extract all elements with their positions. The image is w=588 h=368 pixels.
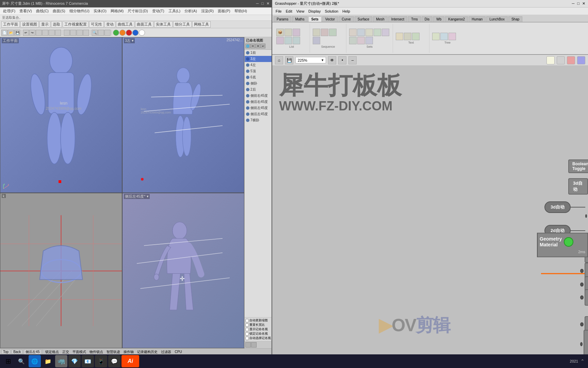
gh-color-btn3[interactable] xyxy=(567,56,575,64)
edit-view-icon[interactable]: ✏ xyxy=(250,44,255,48)
ribbon-icon-sets-2[interactable] xyxy=(357,29,365,36)
view-item-侧前左45度[interactable]: 侧前左45度 xyxy=(245,105,272,111)
view-item-6底[interactable]: 6底 xyxy=(245,74,272,80)
menu-mesh[interactable]: 网格(M) xyxy=(109,9,126,14)
gh-color-btn2[interactable] xyxy=(557,56,565,64)
gumball[interactable]: 操作轴 xyxy=(122,350,135,354)
delete-view-icon[interactable]: ✕ xyxy=(256,44,260,48)
tab-dis[interactable]: Dis xyxy=(422,16,432,22)
nv-bottom-icon2[interactable] xyxy=(251,342,257,348)
gh-menu-solution[interactable]: Solution xyxy=(323,9,340,13)
tab-curve-tools[interactable]: 曲线工具 xyxy=(116,21,134,28)
material-red[interactable] xyxy=(126,30,132,36)
delete-icon[interactable] xyxy=(55,30,61,36)
view-item-5顶[interactable]: 5顶 xyxy=(245,68,272,74)
taskbar-app3[interactable]: 📱 xyxy=(95,355,107,367)
tab-lunchbox[interactable]: LunchBox xyxy=(486,16,507,22)
select-icon[interactable] xyxy=(64,30,70,36)
lock-grid[interactable]: 锁定格点 xyxy=(44,350,60,354)
ribbon-icon-txt-2[interactable] xyxy=(404,33,411,40)
tab-sets[interactable]: Sets xyxy=(308,16,322,22)
3d-auto-btn[interactable]: 3d自动 xyxy=(544,201,571,213)
gh-eye-icon[interactable]: 👁 xyxy=(328,56,336,64)
tab-trns[interactable]: Trns xyxy=(408,16,421,22)
filter[interactable]: 过滤器 xyxy=(160,350,172,354)
zoom-in-icon[interactable]: 🔍 xyxy=(92,30,98,36)
view-item-1前[interactable]: 1前 xyxy=(245,50,272,56)
copy-icon[interactable] xyxy=(42,30,48,36)
vp-back[interactable]: Back xyxy=(12,350,22,354)
menu-view[interactable]: 查看(V) xyxy=(18,9,34,14)
tab-human[interactable]: Human xyxy=(469,16,486,22)
redo-icon[interactable]: ↪ xyxy=(29,30,35,36)
maximize-btn[interactable]: □ xyxy=(261,1,264,6)
view-item-3左[interactable]: 3左 xyxy=(245,56,272,62)
menu-curve[interactable]: 曲线(C) xyxy=(34,9,50,14)
rotate-icon[interactable] xyxy=(77,30,83,36)
vp-top[interactable]: Top xyxy=(1,350,10,354)
tab-maths[interactable]: Maths xyxy=(292,16,307,22)
ribbon-icon-seq-4[interactable] xyxy=(313,37,320,44)
ribbon-icon-sets-4[interactable] xyxy=(374,29,381,36)
menu-tools[interactable]: 工具(L) xyxy=(167,9,182,14)
ortho[interactable]: 正交 xyxy=(61,350,70,354)
material-white[interactable] xyxy=(139,30,145,36)
move-icon[interactable] xyxy=(70,30,76,36)
ribbon-icon-3[interactable] xyxy=(293,29,300,36)
tab-curve[interactable]: Curve xyxy=(339,16,354,22)
tab-workplane[interactable]: 工作平面 xyxy=(1,21,20,28)
gh-canvas[interactable]: 犀牛打板板 WWW.FZ-DIY.COM xyxy=(272,66,588,368)
taskbar-ai-btn[interactable]: Ai xyxy=(121,355,139,367)
save-icon[interactable]: 💾 xyxy=(14,30,20,36)
ribbon-icon-sets-5[interactable] xyxy=(382,29,389,36)
tab-mesh-tools[interactable]: 网格工具 xyxy=(192,21,211,28)
gh-maximize-btn[interactable]: □ xyxy=(577,1,579,6)
close-btn[interactable]: ✕ xyxy=(266,1,270,6)
tab-visibility[interactable]: 可见性 xyxy=(89,21,104,28)
view-item-侧后左45度[interactable]: 侧后左45度 xyxy=(245,111,272,117)
gh-menu-display[interactable]: Display xyxy=(307,9,322,13)
gh-dash-icon[interactable]: – xyxy=(348,56,357,64)
viewport-workplane[interactable]: 工作平面 lesn 2524743989@qq. xyxy=(0,37,122,193)
view-item-2后[interactable]: 2后 xyxy=(245,87,272,93)
taskbar-windows-btn[interactable]: ⊞ xyxy=(2,355,14,367)
tab-transform[interactable]: 变动 xyxy=(104,21,115,28)
lock-named-check[interactable]: 锁定记命名视 xyxy=(245,332,271,336)
ribbon-icon-5[interactable] xyxy=(284,37,292,44)
gh-menu-edit[interactable]: Edit xyxy=(284,9,294,13)
tab-subdiv-tools[interactable]: 细分工具 xyxy=(173,21,192,28)
tab-shap[interactable]: Shap xyxy=(508,16,522,22)
material-blue[interactable] xyxy=(132,30,138,36)
ribbon-icon-tree-2[interactable] xyxy=(440,33,448,40)
ribbon-icon-4[interactable] xyxy=(276,37,284,44)
viewport-sideleft45[interactable]: 侧后左45度* ▾ xyxy=(122,193,244,349)
viewport-3left[interactable]: 3左 ▾ 2524742... xyxy=(122,37,244,193)
taskbar-app4[interactable]: 💬 xyxy=(108,355,120,367)
menu-render[interactable]: 渲染(R) xyxy=(199,9,215,14)
menu-analysis[interactable]: 分析(A) xyxy=(183,9,199,14)
ribbon-icon-tree-1[interactable] xyxy=(432,33,440,40)
gh-home-icon[interactable]: ⌂ xyxy=(275,56,283,64)
menu-panel[interactable]: 面板(P) xyxy=(216,9,232,14)
menu-transform[interactable]: 变动(T) xyxy=(150,9,166,14)
paste-icon[interactable] xyxy=(49,30,55,36)
ribbon-icon-txt-1[interactable] xyxy=(396,33,403,40)
taskbar-search-btn[interactable]: 🔍 xyxy=(15,355,28,367)
tab-vector[interactable]: Vector xyxy=(322,16,338,22)
minimize-btn[interactable]: ─ xyxy=(256,1,259,6)
ribbon-icon-tree-3[interactable] xyxy=(448,33,456,40)
view-item-7横卧[interactable]: 7横卧 xyxy=(245,117,272,123)
material-orange[interactable] xyxy=(119,30,126,36)
gh-save-icon[interactable]: 💾 xyxy=(285,56,293,64)
auto-select-check[interactable]: 自动选择记名视 xyxy=(245,336,271,340)
tab-select[interactable]: 选取 xyxy=(51,21,62,28)
menu-surface[interactable]: 曲面(S) xyxy=(51,9,67,14)
planar[interactable]: 平面模式 xyxy=(71,350,87,354)
reset-length-check[interactable]: 重置长宽比 xyxy=(245,323,271,327)
taskbar-rhino-btn[interactable]: 🦏 xyxy=(55,355,67,367)
gh-color-btn1[interactable] xyxy=(546,56,555,64)
gh-minimize-btn[interactable]: ─ xyxy=(572,1,575,6)
taskbar-system-tray[interactable]: ⌃ xyxy=(579,355,586,367)
vp-sideleft[interactable]: 侧后左45 xyxy=(24,349,41,355)
gh-zoom-selector[interactable]: 225% ▾ xyxy=(295,57,326,63)
